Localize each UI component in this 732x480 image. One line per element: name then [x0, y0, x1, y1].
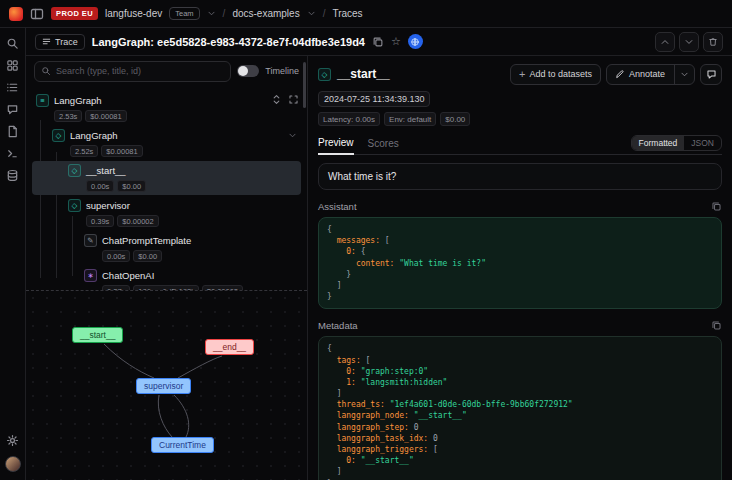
copy-assistant-icon[interactable]: [711, 201, 722, 212]
breadcrumb-org[interactable]: langfuse-dev: [105, 8, 162, 19]
tracing-icon[interactable]: [6, 81, 19, 94]
latency-badge: 0.39s: [86, 215, 114, 227]
tree-node[interactable]: ✎ChatPromptTemplate 0.00s$0.00: [32, 231, 301, 265]
copy-trace-id-icon[interactable]: [372, 36, 384, 48]
breadcrumb-section[interactable]: Traces: [332, 8, 362, 19]
latency-badge: Latency: 0.00s: [318, 112, 380, 126]
breadcrumb-separator: /: [323, 8, 326, 19]
pen-icon: [615, 69, 625, 79]
observation-title: __start__: [337, 67, 390, 81]
agent-graph: __start__ __end__ supervisor CurrentTime: [26, 291, 307, 480]
top-bar: PROD EU langfuse-dev Team / docs-example…: [0, 0, 732, 28]
chevron-down-icon[interactable]: [207, 9, 216, 18]
trace-title: LangGraph: ee5d5828-e983-4372-8e7f-04dfb…: [92, 36, 365, 48]
cost-badge: $0.00081: [101, 145, 142, 157]
datasets-icon[interactable]: [6, 169, 19, 182]
timeline-toggle[interactable]: [237, 65, 259, 77]
span-type-icon: ◇: [68, 199, 81, 212]
detail-tabs: Preview Scores Formatted JSON: [318, 133, 722, 155]
cost-badge: $0.00: [117, 180, 146, 192]
tree-node-label: LangGraph: [54, 95, 102, 106]
next-trace-button[interactable]: [679, 32, 699, 52]
cost-badge: $0.00: [133, 250, 162, 262]
user-avatar[interactable]: [5, 456, 21, 472]
latency-badge: 2.52s: [70, 145, 98, 157]
tree-node-label: LangGraph: [70, 130, 118, 141]
langfuse-logo-icon[interactable]: [9, 7, 23, 21]
search-icon: [41, 66, 51, 76]
observation-detail-panel: ◇ __start__ + Add to datasets Annotate: [308, 56, 732, 480]
tree-node[interactable]: ◇LangGraph 2.52s$0.00081: [32, 126, 301, 160]
public-share-icon[interactable]: [408, 34, 423, 49]
cost-badge: $0.00002: [117, 215, 158, 227]
org-plan-badge: Team: [169, 7, 199, 20]
metadata-section-label: Metadata: [318, 320, 358, 331]
sessions-icon[interactable]: [6, 103, 19, 116]
graph-node-end[interactable]: __end__: [205, 339, 254, 355]
tree-node-label: ChatOpenAI: [102, 270, 154, 281]
tree-search: [34, 61, 231, 82]
prompts-icon[interactable]: [6, 125, 19, 138]
plus-icon: +: [519, 69, 525, 80]
tree-node[interactable]: ≡LangGraph 2.53s$0.00081: [32, 91, 301, 125]
input-content: What time is it?: [318, 163, 722, 190]
tree-node-label: __start__: [86, 165, 126, 176]
span-type-icon: ◇: [68, 164, 81, 177]
annotate-button[interactable]: Annotate: [606, 64, 695, 85]
sidebar-toggle-icon[interactable]: [30, 7, 44, 21]
format-toggle: Formatted JSON: [631, 135, 722, 151]
tree-node-label: ChatPromptTemplate: [102, 235, 191, 246]
list-icon: [42, 37, 51, 46]
prompt-type-icon: ✎: [84, 234, 97, 247]
playground-icon[interactable]: [6, 147, 19, 160]
assistant-output-json: { messages: [ 0: { content: "What time i…: [318, 217, 722, 309]
latency-badge: 2.53s: [54, 110, 82, 122]
star-icon[interactable]: ☆: [391, 36, 401, 47]
latency-badge: 0.37s: [102, 285, 130, 290]
trace-type-icon: ≡: [36, 94, 49, 107]
latency-badge: 0.00s: [102, 250, 130, 262]
breadcrumb-project[interactable]: docs-examples: [232, 8, 299, 19]
assistant-section-label: Assistant: [318, 201, 357, 212]
graph-node-currenttime[interactable]: CurrentTime: [151, 437, 214, 453]
tree-node-selected[interactable]: ◇__start__ 0.00s$0.00: [32, 161, 301, 195]
copy-metadata-icon[interactable]: [711, 320, 722, 331]
settings-gear-icon[interactable]: [6, 434, 19, 447]
format-json-option[interactable]: JSON: [684, 136, 721, 150]
breadcrumb-separator: /: [223, 8, 226, 19]
delete-trace-button[interactable]: [703, 32, 723, 52]
metadata-json: { tags: [ 0: "graph:step:0" 1: "langsmit…: [318, 336, 722, 480]
tree-node[interactable]: ◇supervisor 0.39s$0.00002: [32, 196, 301, 230]
cost-badge: $0.00081: [85, 110, 126, 122]
tokens-badge: 186 → 6 (∑ 192): [133, 285, 198, 290]
graph-node-supervisor[interactable]: supervisor: [136, 378, 191, 394]
cost-badge: $0.00: [440, 112, 470, 126]
trace-tree-panel: Timeline: [26, 56, 308, 480]
generation-type-icon: ∗: [84, 269, 97, 282]
tree-node-label: supervisor: [86, 200, 130, 211]
tab-preview[interactable]: Preview: [318, 137, 354, 155]
add-to-datasets-button[interactable]: + Add to datasets: [510, 64, 601, 85]
dashboard-icon[interactable]: [6, 59, 19, 72]
tab-scores[interactable]: Scores: [368, 138, 399, 154]
graph-node-start[interactable]: __start__: [72, 327, 123, 343]
prev-trace-button[interactable]: [655, 32, 675, 52]
span-type-icon: ◇: [318, 68, 331, 81]
env-badge: Env: default: [384, 112, 436, 126]
chevron-down-icon[interactable]: [307, 9, 316, 18]
timeline-toggle-label: Timeline: [265, 66, 299, 76]
format-formatted-option[interactable]: Formatted: [632, 136, 685, 150]
search-icon[interactable]: [6, 37, 19, 50]
tree-node[interactable]: ∗ChatOpenAI 0.37s186 → 6 (∑ 192)$0.00002: [32, 266, 301, 290]
tree-search-input[interactable]: [56, 66, 224, 76]
comments-button[interactable]: [700, 64, 722, 85]
comment-icon: [706, 69, 717, 80]
trace-type-badge: Trace: [35, 34, 85, 50]
environment-badge: PROD EU: [51, 7, 98, 20]
observation-tree: ≡LangGraph 2.53s$0.00081 ◇LangGraph 2.52…: [26, 86, 307, 290]
latency-badge: 0.00s: [86, 180, 114, 192]
annotate-dropdown-chevron-icon[interactable]: [674, 65, 694, 84]
chevron-down-icon[interactable]: [288, 131, 297, 140]
trace-title-bar: Trace LangGraph: ee5d5828-e983-4372-8e7f…: [26, 28, 732, 56]
cost-badge: $0.00002: [202, 285, 243, 290]
